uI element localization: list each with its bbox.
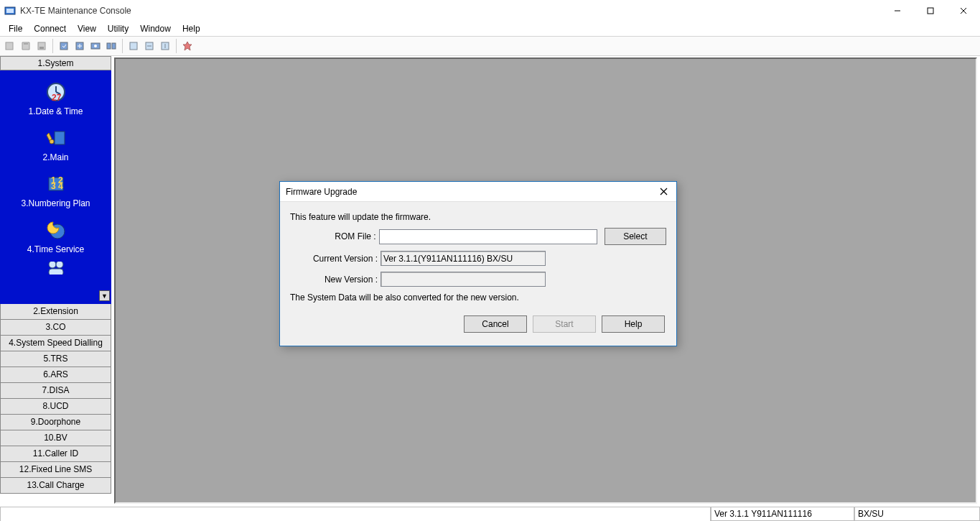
svg-text:27: 27 [52, 93, 62, 103]
toolbar-btn-7[interactable] [104, 39, 118, 53]
toolbar-btn-1[interactable] [3, 39, 17, 53]
main: 1.System 27 1.Date & Time 2.Main 1 23 4 … [0, 56, 980, 507]
svg-rect-14 [112, 43, 116, 49]
sidebar-btn-sms[interactable]: 12.Fixed Line SMS [0, 462, 111, 478]
svg-rect-1 [6, 9, 14, 13]
toolbar-btn-2[interactable] [19, 39, 33, 53]
current-version-label: Current Version : [290, 254, 381, 264]
toolbar-separator [52, 39, 53, 53]
sidebar-btn-extension[interactable]: 2.Extension [0, 304, 111, 320]
people-icon [44, 262, 68, 275]
sidebar-item-label: 4.Time Service [27, 244, 85, 254]
sidebar-btn-ars[interactable]: 6.ARS [0, 367, 111, 383]
cancel-button[interactable]: Cancel [464, 315, 527, 333]
new-version-label: New Version : [290, 275, 381, 285]
sidebar-item-date-time[interactable]: 27 1.Date & Time [0, 80, 111, 116]
svg-rect-3 [928, 8, 933, 14]
dialog-description: This feature will update the firmware. [290, 212, 666, 222]
svg-rect-6 [6, 42, 13, 50]
titlebar: KX-TE Maintenance Console [0, 0, 980, 22]
firmware-upgrade-dialog: Firmware Upgrade This feature will updat… [279, 181, 677, 346]
toolbar-btn-4[interactable] [57, 39, 71, 53]
toolbar-btn-3[interactable] [34, 39, 49, 53]
svg-point-28 [49, 262, 56, 268]
workspace: Firmware Upgrade This feature will updat… [114, 57, 977, 504]
toolbar-btn-5[interactable] [73, 39, 87, 53]
moon-clock-icon [44, 218, 68, 241]
sidebar-item-label: 3.Numbering Plan [21, 198, 90, 208]
sidebar: 1.System 27 1.Date & Time 2.Main 1 23 4 … [0, 56, 111, 507]
minimize-button[interactable] [881, 0, 914, 22]
sidebar-btn-call-charge[interactable]: 13.Call Charge [0, 478, 111, 494]
status-model: BX/SU [854, 507, 980, 521]
svg-point-29 [56, 262, 63, 268]
toolbar [0, 36, 980, 56]
svg-rect-30 [49, 269, 63, 275]
new-version-field [381, 272, 546, 287]
sidebar-header-system[interactable]: 1.System [0, 56, 111, 70]
numbering-icon: 1 23 4 [44, 172, 68, 195]
menu-window[interactable]: Window [134, 22, 177, 35]
sidebar-buttons: 2.Extension 3.CO 4.System Speed Dialling… [0, 304, 111, 494]
sidebar-item-numbering-plan[interactable]: 1 23 4 3.Numbering Plan [0, 172, 111, 208]
toolbar-btn-11[interactable] [180, 39, 195, 53]
dialog-title-text: Firmware Upgrade [286, 187, 656, 197]
sidebar-item-main[interactable]: 2.Main [0, 126, 111, 162]
maximize-button[interactable] [914, 0, 947, 22]
window-title: KX-TE Maintenance Console [20, 6, 881, 16]
toolbar-separator [176, 39, 177, 53]
current-version-field [381, 251, 546, 266]
sidebar-btn-disa[interactable]: 7.DISA [0, 383, 111, 399]
sidebar-btn-bv[interactable]: 10.BV [0, 430, 111, 446]
rom-file-input[interactable] [379, 229, 597, 244]
sidebar-item-label: 2.Main [42, 152, 68, 162]
menu-file[interactable]: File [3, 22, 28, 35]
sidebar-item-label: 1.Date & Time [28, 106, 83, 116]
svg-text:3 4: 3 4 [51, 181, 63, 191]
select-button[interactable]: Select [605, 228, 666, 245]
sidebar-btn-caller-id[interactable]: 11.Caller ID [0, 446, 111, 462]
sidebar-active-panel: 27 1.Date & Time 2.Main 1 23 4 3.Numberi… [0, 70, 111, 304]
sidebar-btn-speed-dial[interactable]: 4.System Speed Dialling [0, 336, 111, 351]
toolbar-btn-6[interactable] [88, 39, 103, 53]
dialog-titlebar: Firmware Upgrade [280, 182, 676, 202]
status-mode: Interactive Mode [0, 507, 711, 521]
menu-utility[interactable]: Utility [102, 22, 134, 35]
sidebar-btn-doorphone[interactable]: 9.Doorphone [0, 415, 111, 430]
sidebar-item-partial[interactable] [0, 262, 111, 275]
start-button: Start [533, 315, 596, 333]
convert-note: The System Data will be also converted f… [290, 292, 666, 303]
svg-rect-13 [107, 43, 111, 49]
menu-connect[interactable]: Connect [28, 22, 72, 35]
svg-rect-8 [39, 47, 44, 49]
menubar: File Connect View Utility Window Help [0, 22, 980, 36]
sidebar-btn-co[interactable]: 3.CO [0, 320, 111, 336]
menu-help[interactable]: Help [177, 22, 206, 35]
rom-file-label: ROM File : [290, 231, 379, 241]
svg-point-23 [50, 139, 54, 144]
statusbar: Interactive Mode Ver 3.1.1 Y911AN111116 … [0, 507, 980, 521]
sidebar-item-time-service[interactable]: 4.Time Service [0, 218, 111, 254]
sidebar-scroll-down[interactable]: ▼ [99, 290, 110, 301]
status-version: Ver 3.1.1 Y911AN111116 [711, 507, 854, 521]
dialog-close-button[interactable] [656, 185, 671, 199]
toolbar-btn-8[interactable] [126, 39, 141, 53]
sidebar-btn-trs[interactable]: 5.TRS [0, 351, 111, 367]
svg-rect-9 [60, 42, 67, 50]
toolbar-btn-9[interactable] [142, 39, 157, 53]
toolbar-separator [122, 39, 123, 53]
svg-rect-15 [130, 42, 137, 50]
close-button[interactable] [947, 0, 980, 22]
help-button[interactable]: Help [602, 315, 665, 333]
clock-icon: 27 [44, 80, 68, 103]
svg-rect-22 [55, 132, 65, 144]
tools-icon [44, 126, 68, 149]
menu-view[interactable]: View [72, 22, 102, 35]
toolbar-btn-10[interactable] [158, 39, 172, 53]
app-icon [4, 5, 16, 17]
svg-point-12 [94, 45, 97, 47]
sidebar-btn-ucd[interactable]: 8.UCD [0, 399, 111, 415]
